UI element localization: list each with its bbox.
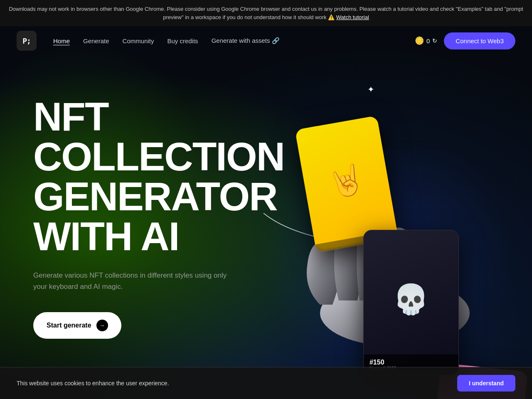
nav-buy-credits[interactable]: Buy credits <box>167 37 198 44</box>
card-2-number: #150 <box>369 359 453 366</box>
logo[interactable]: P; <box>17 31 37 51</box>
coin-icon: 🪙 <box>415 36 424 45</box>
nav-right: 🪙 0 ↻ Connect to Web3 <box>415 32 515 49</box>
credits-display: 🪙 0 ↻ <box>415 36 437 45</box>
start-btn-label: Start generate <box>47 322 91 329</box>
hero-title-line4: WITH AI <box>33 217 284 256</box>
cookie-text: This website uses cookies to enhance the… <box>17 380 169 387</box>
cookie-banner: This website uses cookies to enhance the… <box>0 367 532 399</box>
nft-card-2: #150 Nouns © 2023 <box>363 230 459 375</box>
logo-text: P; <box>22 37 31 45</box>
navbar: P; Home Generate Community Buy credits G… <box>0 26 532 55</box>
hero-subtitle: Generate various NFT collections in diff… <box>33 270 233 292</box>
hero-title-line1: NFT <box>33 97 284 137</box>
hero-title: NFT COLLECTION GENERATOR WITH AI <box>33 97 284 256</box>
hero-section: NFT COLLECTION GENERATOR WITH AI Generat… <box>0 55 532 399</box>
nav-community[interactable]: Community <box>123 37 154 44</box>
top-banner: Downloads may not work in browsers other… <box>0 0 532 26</box>
refresh-icon[interactable]: ↻ <box>432 37 437 44</box>
cookie-accept-button[interactable]: I understand <box>457 375 515 392</box>
hero-title-line3: GENERATOR <box>33 177 284 217</box>
nav-generate[interactable]: Generate <box>83 37 109 44</box>
banner-text: Downloads may not work in browsers other… <box>9 6 523 20</box>
start-generate-button[interactable]: Start generate → <box>33 312 121 339</box>
hero-right: ✦ #150 Nouns © 2023 3 <box>284 80 499 371</box>
hero-title-line2: COLLECTION <box>33 137 284 177</box>
connect-web3-button[interactable]: Connect to Web3 <box>444 32 515 49</box>
credits-count: 0 <box>426 37 430 44</box>
watch-tutorial-link[interactable]: Watch tutorial <box>336 14 369 20</box>
nav-home[interactable]: Home <box>53 37 70 44</box>
hero-left: NFT COLLECTION GENERATOR WITH AI Generat… <box>33 80 284 339</box>
banner-warning: ⚠️ <box>328 14 335 20</box>
arrow-icon: → <box>96 320 108 331</box>
nav-generate-assets[interactable]: Generate with assets 🔗 <box>212 37 280 44</box>
nav-links: Home Generate Community Buy credits Gene… <box>53 37 398 44</box>
